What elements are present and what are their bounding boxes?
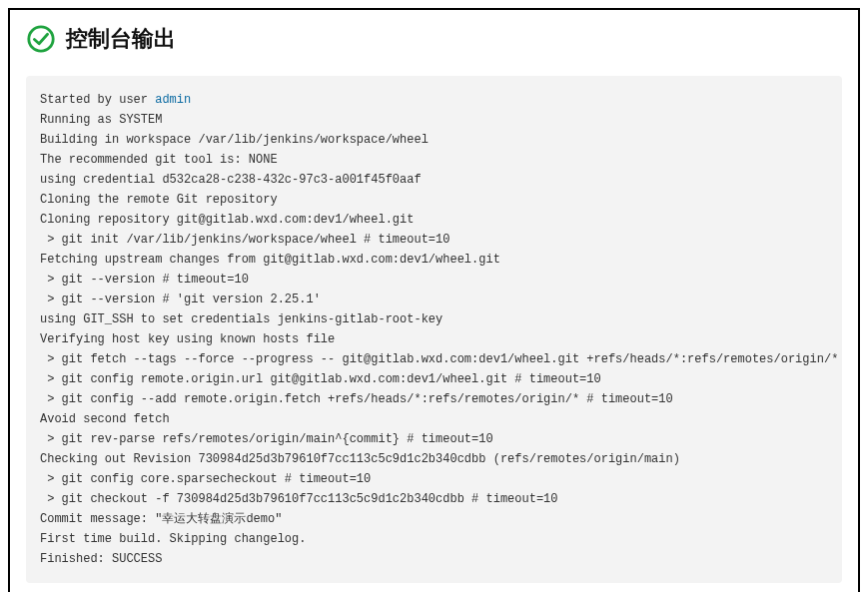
console-line: > git fetch --tags --force --progress --… (40, 352, 842, 366)
console-line: Commit message: "幸运大转盘演示demo" (40, 512, 282, 526)
console-line: Fetching upstream changes from git@gitla… (40, 253, 500, 267)
console-link[interactable]: admin (155, 93, 191, 107)
console-line: > git config core.sparsecheckout # timeo… (40, 472, 371, 486)
console-line: using credential d532ca28-c238-432c-97c3… (40, 173, 422, 187)
console-line: > git config remote.origin.url git@gitla… (40, 372, 601, 386)
console-line: > git --version # timeout=10 (40, 273, 249, 287)
console-line: Running as SYSTEM (40, 113, 162, 127)
console-line: > git --version # 'git version 2.25.1' (40, 293, 321, 306)
svg-point-0 (29, 27, 53, 51)
page-container: 控制台输出 Started by user admin Running as S… (8, 8, 860, 592)
console-line: Checking out Revision 730984d25d3b79610f… (40, 452, 680, 466)
console-output: Started by user admin Running as SYSTEM … (26, 76, 842, 583)
console-line: Cloning repository git@gitlab.wxd.com:de… (40, 213, 414, 227)
console-line: > git rev-parse refs/remotes/origin/main… (40, 432, 493, 446)
console-line: > git config --add remote.origin.fetch +… (40, 392, 673, 406)
page-title: 控制台输出 (66, 24, 176, 54)
console-line: The recommended git tool is: NONE (40, 153, 278, 167)
console-line: using GIT_SSH to set credentials jenkins… (40, 312, 442, 326)
console-line: Started by user admin (40, 93, 191, 107)
console-line: Finished: SUCCESS (40, 552, 162, 566)
page-header: 控制台输出 (26, 24, 842, 54)
console-line: First time build. Skipping changelog. (40, 532, 306, 546)
console-line: Verifying host key using known hosts fil… (40, 332, 335, 346)
check-circle-icon (26, 24, 56, 54)
console-line: > git checkout -f 730984d25d3b79610f7cc1… (40, 492, 557, 506)
console-line: > git init /var/lib/jenkins/workspace/wh… (40, 233, 449, 247)
console-line: Building in workspace /var/lib/jenkins/w… (40, 133, 429, 147)
console-line: Cloning the remote Git repository (40, 193, 278, 207)
console-line: Avoid second fetch (40, 412, 170, 426)
